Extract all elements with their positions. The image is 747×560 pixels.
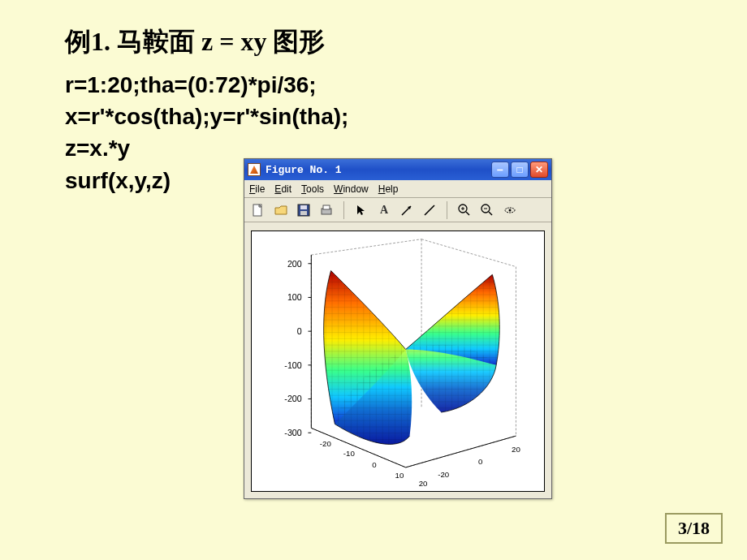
- zoom-out-icon[interactable]: [478, 201, 496, 219]
- window-title: Figure No. 1: [266, 164, 491, 176]
- new-file-icon[interactable]: [249, 201, 267, 219]
- x-tick-0: 0: [372, 460, 377, 469]
- z-tick--300: -300: [284, 428, 301, 437]
- code-line-3: z=x.*y: [65, 136, 130, 161]
- svg-line-14: [489, 212, 492, 215]
- plot-area: 200 100 0 -100 -200 -300 -20 -10 0 10 20…: [244, 222, 551, 498]
- close-button[interactable]: ✕: [530, 162, 548, 178]
- menu-help[interactable]: Help: [378, 183, 399, 195]
- text-A-icon[interactable]: A: [375, 201, 393, 219]
- z-tick--200: -200: [284, 394, 301, 403]
- x-tick-10: 10: [395, 471, 404, 480]
- z-tick-0: 0: [297, 326, 302, 336]
- svg-line-8: [425, 205, 434, 215]
- svg-rect-3: [300, 211, 307, 215]
- menubar: File Edit Tools Window Help: [244, 180, 551, 198]
- window-controls: ‒ □ ✕: [491, 162, 548, 178]
- z-tick-200: 200: [287, 259, 302, 269]
- menu-window[interactable]: Window: [334, 183, 369, 195]
- x-tick--10: -10: [343, 449, 356, 458]
- svg-line-22: [421, 239, 516, 267]
- zoom-in-icon[interactable]: [456, 201, 473, 219]
- z-tick-100: 100: [287, 292, 302, 302]
- toolbar-separator: [343, 201, 344, 219]
- line-icon[interactable]: [421, 201, 438, 219]
- maximize-button[interactable]: □: [511, 162, 529, 178]
- toolbar-separator-2: [447, 201, 447, 219]
- code-line-4: surf(x,y,z): [65, 168, 171, 193]
- open-folder-icon[interactable]: [272, 201, 290, 219]
- menu-file[interactable]: File: [249, 183, 265, 195]
- rotate-3d-icon[interactable]: [501, 201, 519, 219]
- y-tick-20: 20: [512, 445, 520, 454]
- svg-rect-2: [300, 205, 307, 209]
- save-disk-icon[interactable]: [295, 201, 313, 219]
- plot-canvas[interactable]: 200 100 0 -100 -200 -300 -20 -10 0 10 20…: [251, 230, 545, 492]
- page-number: 3/18: [665, 513, 723, 544]
- x-tick--20: -20: [320, 439, 332, 448]
- svg-point-17: [509, 209, 512, 211]
- matlab-figure-window: Figure No. 1 ‒ □ ✕ File Edit Tools Windo…: [244, 158, 552, 499]
- matlab-app-icon: [248, 163, 261, 176]
- svg-rect-5: [323, 205, 330, 209]
- svg-line-21: [311, 239, 421, 255]
- x-tick-20: 20: [419, 479, 428, 488]
- toolbar: A: [244, 198, 551, 222]
- code-line-2: x=r'*cos(tha);y=r'*sin(tha);: [65, 104, 348, 129]
- svg-line-27: [406, 436, 516, 467]
- pointer-arrow-icon[interactable]: [352, 201, 370, 219]
- slide-title: 例1. 马鞍面 z = xy 图形: [65, 24, 325, 60]
- menu-edit[interactable]: Edit: [274, 183, 291, 195]
- y-tick-0: 0: [478, 457, 483, 466]
- z-tick--100: -100: [284, 360, 301, 370]
- arrow-icon[interactable]: [398, 201, 416, 219]
- menu-tools[interactable]: Tools: [301, 183, 324, 195]
- svg-line-10: [466, 212, 469, 215]
- y-tick--20: -20: [438, 470, 450, 479]
- code-line-1: r=1:20;tha=(0:72)*pi/36;: [65, 72, 317, 97]
- minimize-button[interactable]: ‒: [491, 162, 509, 178]
- print-icon[interactable]: [317, 201, 335, 219]
- titlebar[interactable]: Figure No. 1 ‒ □ ✕: [244, 159, 551, 180]
